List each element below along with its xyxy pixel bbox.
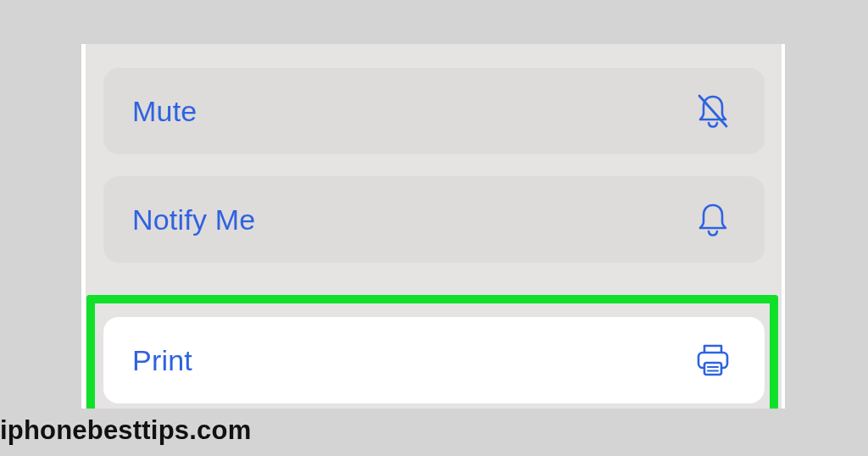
menu-item-mute[interactable]: Mute xyxy=(103,68,765,154)
bell-slash-icon xyxy=(692,90,734,132)
menu-item-print[interactable]: Print xyxy=(103,317,765,403)
printer-icon xyxy=(692,339,734,381)
source-watermark: iphonebesttips.com xyxy=(0,415,251,446)
svg-rect-2 xyxy=(704,363,721,375)
bell-icon xyxy=(692,198,734,241)
menu-item-label: Print xyxy=(132,344,192,377)
menu-item-label: Notify Me xyxy=(132,203,255,236)
menu-item-label: Mute xyxy=(132,95,197,128)
menu-item-notify-me[interactable]: Notify Me xyxy=(103,176,765,263)
share-sheet-panel: Mute Notify Me Print xyxy=(81,44,785,409)
